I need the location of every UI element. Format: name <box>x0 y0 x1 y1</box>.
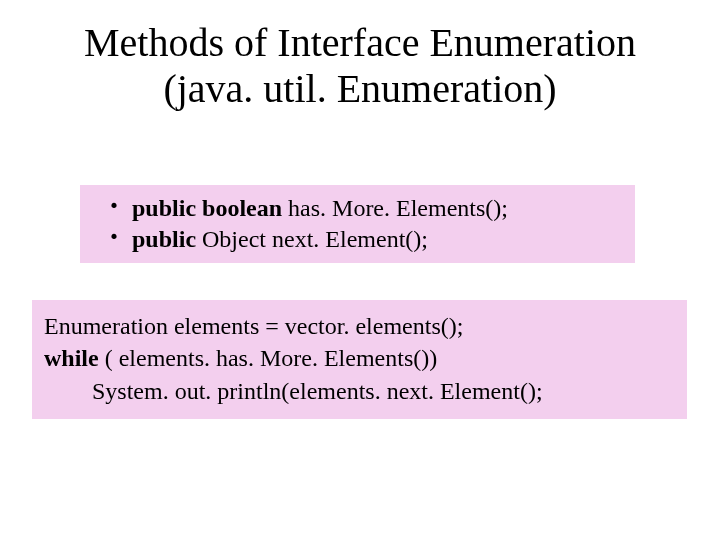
method-line-2: public Object next. Element(); <box>110 224 625 255</box>
title-line-2: (java. util. Enumeration) <box>163 66 556 111</box>
slide: Methods of Interface Enumeration (java. … <box>0 0 720 540</box>
code-line-1: Enumeration elements = vector. elements(… <box>44 310 675 342</box>
method-2-keywords: public <box>132 226 196 252</box>
method-line-1: public boolean has. More. Elements(); <box>110 193 625 224</box>
slide-title: Methods of Interface Enumeration (java. … <box>0 20 720 112</box>
code-box: Enumeration elements = vector. elements(… <box>32 300 687 419</box>
code-line-2: while ( elements. has. More. Elements()) <box>44 342 675 374</box>
method-2-rest: Object next. Element(); <box>196 226 428 252</box>
code-line-2-rest: ( elements. has. More. Elements()) <box>99 345 438 371</box>
method-1-keywords: public boolean <box>132 195 282 221</box>
code-while-keyword: while <box>44 345 99 371</box>
method-1-rest: has. More. Elements(); <box>282 195 508 221</box>
title-line-1: Methods of Interface Enumeration <box>84 20 636 65</box>
methods-box: public boolean has. More. Elements(); pu… <box>80 185 635 263</box>
code-line-3: System. out. println(elements. next. Ele… <box>44 375 675 407</box>
